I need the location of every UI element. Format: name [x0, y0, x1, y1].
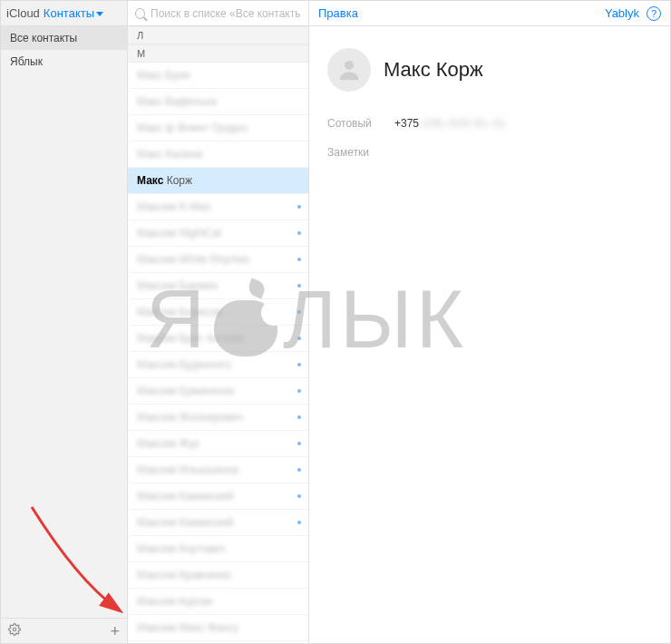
status-dot: [297, 258, 301, 261]
status-dot: [297, 468, 301, 472]
contact-last-name: K-Max: [179, 200, 210, 213]
contact-first-name: Максим: [137, 516, 179, 529]
sidebar: iCloud Контакты Все контактыЯблык +: [1, 1, 128, 643]
contact-last-name: Брат Антажи: [179, 332, 243, 345]
edit-button[interactable]: Правка: [318, 6, 358, 20]
chevron-down-icon: [96, 12, 103, 16]
contact-row[interactable]: Максим Буденного: [128, 352, 308, 378]
help-icon[interactable]: ?: [647, 6, 661, 21]
contact-row[interactable]: Максим Кравченко: [128, 562, 308, 589]
contact-row[interactable]: Макс Корж: [128, 168, 308, 194]
avatar: [327, 48, 371, 92]
contact-row[interactable]: Максим Борисов: [128, 299, 308, 326]
status-dot: [297, 389, 301, 393]
status-dot: [297, 494, 301, 498]
contact-first-name: Макс: [137, 69, 166, 82]
contact-last-name: Кнутович: [179, 542, 225, 555]
contact-first-name: Макс: [137, 122, 166, 134]
contact-row[interactable]: Максим Курган: [128, 589, 308, 615]
contact-first-name: Максим: [137, 411, 179, 424]
add-contact-button[interactable]: +: [110, 625, 120, 638]
app-window: iCloud Контакты Все контактыЯблык + ЛММа…: [0, 0, 671, 644]
contact-row[interactable]: Максим Каманский: [128, 483, 308, 510]
search-icon: [135, 8, 145, 19]
phone-label: Сотовый: [327, 117, 382, 130]
contact-row[interactable]: Максим Малахов: [128, 641, 308, 643]
contact-row[interactable]: Максим White Rhymes: [128, 247, 308, 273]
search-row: [128, 1, 308, 26]
notes-label: Заметки: [327, 146, 652, 159]
contact-last-name: Ермаченок: [179, 385, 234, 397]
contact-row[interactable]: Максим Бармен: [128, 273, 308, 299]
section-dropdown[interactable]: Контакты: [44, 6, 103, 20]
contact-first-name: Максим: [137, 200, 179, 213]
contact-list-column: ЛММакс БуняМакс ВафелькаМакс ф Флинт Гро…: [128, 1, 309, 643]
contact-first-name: Максим: [137, 279, 179, 292]
contact-last-name: Каманский: [179, 516, 233, 529]
contact-last-name: Курган: [179, 595, 212, 608]
sidebar-group-item[interactable]: Яблык: [1, 50, 127, 73]
section-label: Контакты: [44, 6, 94, 20]
search-input[interactable]: [151, 7, 301, 20]
contact-first-name: Максим: [137, 569, 179, 581]
contact-row[interactable]: Максим Брат Антажи: [128, 326, 308, 352]
section-header: М: [128, 44, 308, 63]
contact-row[interactable]: Максим Жолнерович: [128, 405, 308, 431]
contact-first-name: Макс: [137, 148, 166, 161]
contact-row[interactable]: Максим Ермаченок: [128, 378, 308, 405]
contact-row[interactable]: Максим K-Max: [128, 194, 308, 220]
person-icon: [336, 56, 363, 83]
contact-row[interactable]: Максим Макс Фэнсу: [128, 615, 308, 641]
contact-last-name: White Rhymes: [179, 253, 249, 266]
sidebar-header: iCloud Контакты: [1, 1, 127, 26]
contact-first-name: Максим: [137, 621, 179, 634]
contact-last-name: Жолнерович: [179, 411, 242, 424]
detail-header: Правка Yablyk ?: [309, 1, 670, 26]
contact-last-name: ф Флинт Гродно: [166, 122, 248, 134]
gear-icon[interactable]: [8, 623, 21, 639]
contact-row[interactable]: Макс Вафелька: [128, 89, 308, 115]
contact-row[interactable]: Максим Жук: [128, 431, 308, 457]
contact-first-name: Макс: [137, 174, 167, 187]
status-dot: [297, 521, 301, 524]
contact-first-name: Макс: [137, 95, 166, 108]
contact-row[interactable]: Макс Буня: [128, 63, 308, 89]
phone-row: Сотовый +375 (29) 925-91-31: [327, 117, 652, 130]
status-dot: [297, 205, 301, 209]
contact-first-name: Максим: [137, 306, 179, 318]
contact-last-name: Буня: [166, 69, 190, 82]
contact-last-name: Макс Фэнсу: [179, 621, 238, 634]
contact-last-name: Каманский: [179, 490, 233, 503]
contact-first-name: Максим: [137, 227, 179, 239]
contact-row[interactable]: Макс Калина: [128, 141, 308, 168]
contact-last-name: Кравченко: [179, 569, 231, 581]
yablyk-link[interactable]: Yablyk: [605, 6, 639, 20]
contact-last-name: Бармен: [179, 279, 218, 292]
contact-row[interactable]: Максим Кнутович: [128, 536, 308, 562]
contact-first-name: Максим: [137, 358, 179, 371]
sidebar-footer: +: [1, 618, 127, 643]
status-dot: [297, 231, 301, 235]
contact-detail-panel: Правка Yablyk ? Макс Корж Сотовый +375 (…: [309, 1, 670, 643]
contact-row[interactable]: Макс ф Флинт Гродно: [128, 115, 308, 141]
status-dot: [297, 415, 301, 419]
contact-last-name: Калина: [166, 148, 203, 161]
contact-row[interactable]: Максим Ильюшенок: [128, 457, 308, 483]
status-dot: [297, 284, 301, 288]
status-dot: [297, 442, 301, 445]
contact-first-name: Максим: [137, 490, 179, 503]
status-dot: [297, 337, 301, 340]
brand-label: iCloud: [6, 6, 40, 20]
contact-row[interactable]: Максим NightCat: [128, 220, 308, 247]
contact-first-name: Максим: [137, 332, 179, 345]
contact-first-name: Максим: [137, 595, 179, 608]
sidebar-spacer: [1, 73, 127, 618]
contact-last-name: Ильюшенок: [179, 463, 238, 476]
sidebar-group-item[interactable]: Все контакты: [1, 26, 127, 50]
contact-row[interactable]: Максим Каманский: [128, 510, 308, 536]
name-row: Макс Корж: [327, 48, 652, 92]
contact-name: Макс Корж: [384, 58, 483, 82]
contact-list[interactable]: ЛММакс БуняМакс ВафелькаМакс ф Флинт Гро…: [128, 26, 308, 643]
contact-last-name: Жук: [179, 437, 199, 450]
svg-point-0: [13, 628, 16, 631]
